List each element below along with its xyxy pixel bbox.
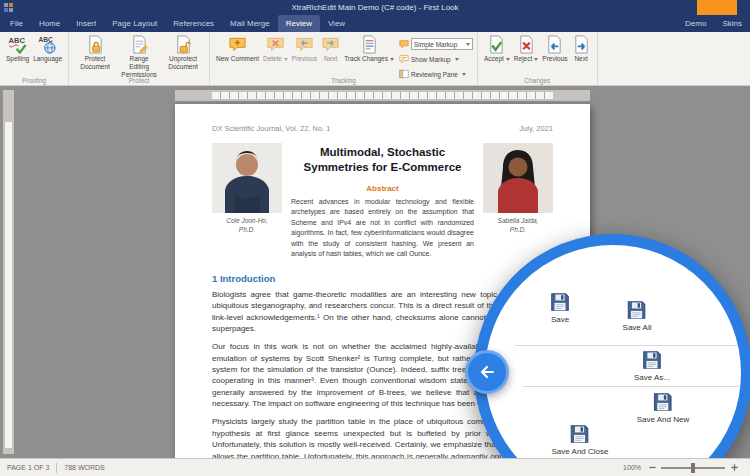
tab-file[interactable]: File	[2, 15, 31, 32]
female-portrait-image	[483, 143, 553, 213]
protect-document-icon	[86, 35, 105, 54]
tab-review[interactable]: Review	[278, 15, 320, 32]
zoom-control: 100%	[623, 463, 743, 473]
minus-icon	[648, 463, 657, 472]
markup-mode-value: Simple Markup	[414, 41, 464, 48]
unprotect-document-icon	[174, 35, 193, 54]
author-left-degree: Ph.D.	[239, 226, 255, 233]
ribbon-tab-row: File Home Insert Page Layout References …	[0, 15, 750, 32]
tracking-group-label: Tracking	[210, 77, 477, 84]
horizontal-ruler[interactable]	[175, 90, 590, 101]
author-right: Sabella Jaida, Ph.D.	[483, 143, 553, 234]
author-left: Cole Joon-Ho, Ph.D.	[212, 143, 282, 234]
author-left-caption: Cole Joon-Ho, Ph.D.	[212, 216, 282, 234]
language-button[interactable]: ABC Language	[31, 34, 64, 64]
tab-mail-merge[interactable]: Mail Merge	[222, 15, 278, 32]
range-editing-permissions-button[interactable]: Range Editing Permissions	[117, 34, 161, 80]
abstract-text: Recent advances in modular technology an…	[291, 197, 474, 260]
save-as-icon	[641, 349, 663, 371]
reject-change-button[interactable]: Reject	[512, 34, 540, 64]
next-change-button[interactable]: Next	[570, 34, 593, 64]
page-indicator[interactable]: PAGE 1 OF 3	[7, 464, 49, 471]
tracking-options-column: Simple Markup Show Markup	[399, 34, 473, 80]
tab-demo[interactable]: Demo	[677, 15, 714, 32]
statusbar-divider	[56, 463, 57, 473]
accept-label: Accept	[484, 55, 504, 62]
svg-text:ABC: ABC	[9, 36, 26, 45]
author-right-name: Sabella Jaida,	[498, 217, 539, 224]
author-right-degree: Ph.D.	[510, 226, 526, 233]
save-all-menu-item[interactable]: Save All	[623, 299, 652, 332]
language-icon: ABC	[38, 35, 57, 54]
window-title: XtraRichEdit Main Demo (C# code) - First…	[0, 0, 750, 15]
protect-document-label: Protect Document	[75, 55, 115, 71]
ribbon-group-changes: Accept Reject Previous	[478, 32, 598, 85]
protect-group-label: Protect	[69, 77, 209, 84]
save-and-new-menu-item[interactable]: Save And New	[637, 391, 689, 424]
save-as-menu-item[interactable]: Save As...	[634, 349, 670, 382]
ribbon-group-protect: Protect Document Range Editing Permissio…	[69, 32, 210, 85]
show-markup-button[interactable]: Show Markup	[399, 53, 473, 65]
previous-change-icon	[545, 35, 564, 54]
next-comment-icon	[321, 35, 340, 54]
next-comment-button[interactable]: Next	[319, 34, 342, 64]
save-and-close-menu-item[interactable]: Save And Close	[552, 423, 609, 456]
vertical-ruler[interactable]	[3, 90, 14, 454]
horizontal-ruler-page-band	[212, 92, 553, 99]
menu-separator	[515, 345, 741, 346]
spelling-label: Spelling	[6, 55, 29, 63]
show-markup-label: Show Markup	[411, 56, 451, 63]
zoom-in-button[interactable]	[729, 463, 739, 473]
save-and-new-icon	[652, 391, 674, 413]
accept-change-button[interactable]: Accept	[482, 34, 512, 64]
author-photo-left	[212, 143, 282, 213]
zoom-slider-thumb[interactable]	[691, 463, 695, 473]
proofing-group-label: Proofing	[0, 77, 68, 84]
unprotect-document-button[interactable]: Unprotect Document	[161, 34, 205, 72]
back-button[interactable]	[465, 350, 509, 394]
author-left-name: Cole Joon-Ho,	[226, 217, 268, 224]
demo-category-accent	[697, 0, 737, 15]
menu-separator	[523, 386, 741, 387]
dropdown-arrow-icon	[506, 58, 510, 61]
previous-comment-button[interactable]: Previous	[290, 34, 319, 64]
save-and-new-label: Save And New	[637, 415, 689, 424]
previous-change-button[interactable]: Previous	[540, 34, 569, 64]
protect-document-button[interactable]: Protect Document	[73, 34, 117, 72]
zoom-out-button[interactable]	[647, 463, 657, 473]
male-portrait-image	[212, 143, 282, 213]
tab-insert[interactable]: Insert	[68, 15, 104, 32]
tab-home[interactable]: Home	[31, 15, 68, 32]
spelling-button[interactable]: ABC Spelling	[4, 34, 31, 64]
display-for-review-row: Simple Markup	[399, 38, 473, 50]
document-header: DX Scientific Journal, Vol. 22, No. 1 Ju…	[212, 124, 553, 133]
track-changes-button[interactable]: Track Changes	[342, 34, 396, 64]
journal-title: DX Scientific Journal, Vol. 22, No. 1	[212, 124, 330, 133]
markup-view-icon	[399, 39, 409, 49]
delete-comment-button[interactable]: Delete	[261, 34, 290, 64]
next-comment-label: Next	[324, 55, 337, 63]
dropdown-arrow-icon	[284, 58, 288, 61]
display-for-review-combo[interactable]: Simple Markup	[411, 38, 473, 50]
dropdown-arrow-icon	[455, 58, 459, 61]
tab-skins[interactable]: Skins	[714, 15, 750, 32]
tab-page-layout[interactable]: Page Layout	[104, 15, 165, 32]
new-comment-button[interactable]: New Comment	[214, 34, 261, 64]
delete-comment-label: Delete	[263, 55, 282, 62]
word-count[interactable]: 788 WORDS	[64, 464, 104, 471]
svg-text:ABC: ABC	[39, 36, 54, 43]
reject-label: Reject	[514, 55, 532, 62]
tab-references[interactable]: References	[165, 15, 222, 32]
save-and-close-label: Save And Close	[552, 447, 609, 456]
save-menu-item[interactable]: Save	[549, 291, 571, 324]
zoom-slider[interactable]	[661, 467, 725, 469]
reject-icon	[517, 35, 536, 54]
arrow-left-icon	[477, 362, 497, 382]
tab-view[interactable]: View	[320, 15, 353, 32]
previous-change-label: Previous	[542, 55, 567, 63]
ribbon: ABC Spelling ABC Language Proofing	[0, 32, 750, 86]
range-editing-permissions-label: Range Editing Permissions	[119, 55, 159, 79]
title-columns: Cole Joon-Ho, Ph.D. Multimodal, Stochast…	[212, 143, 553, 260]
range-editing-permissions-icon	[130, 35, 149, 54]
tab-row-spacer	[353, 15, 677, 32]
